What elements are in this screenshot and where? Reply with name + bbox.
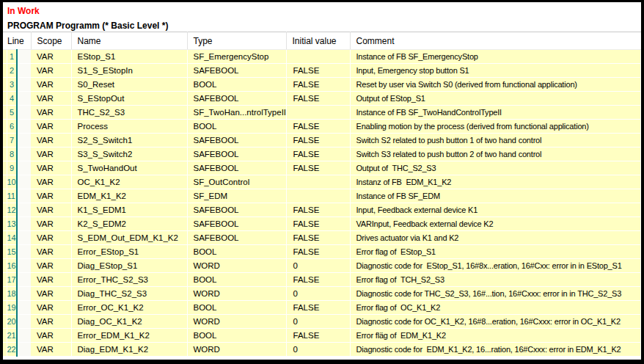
comment-cell[interactable]: Output of THC_S2_S3 xyxy=(350,161,641,175)
breakpoint-gutter[interactable] xyxy=(17,231,31,245)
line-number[interactable]: 7 xyxy=(7,134,17,148)
type-cell[interactable]: WORD xyxy=(187,287,286,301)
comment-cell[interactable]: Instanz of FB EDM_K1_K2 xyxy=(350,175,641,189)
initial-value-cell[interactable] xyxy=(286,106,350,120)
type-cell[interactable]: SAFEBOOL xyxy=(187,92,286,106)
breakpoint-gutter[interactable] xyxy=(17,134,31,148)
scope-cell[interactable]: VAR xyxy=(31,315,71,329)
breakpoint-gutter[interactable] xyxy=(17,161,31,175)
line-number[interactable]: 16 xyxy=(7,259,17,273)
scope-cell[interactable]: VAR xyxy=(31,231,71,245)
comment-cell[interactable]: Error fläg of EDM_K1_K2 xyxy=(350,329,641,343)
name-cell[interactable]: EDM_K1_K2 xyxy=(71,189,187,203)
name-cell[interactable]: S1_S_EStopIn xyxy=(71,64,187,78)
type-cell[interactable]: SAFEBOOL xyxy=(187,161,286,175)
comment-cell[interactable]: Drives actuator via K1 and K2 xyxy=(350,231,641,245)
initial-value-cell[interactable] xyxy=(286,189,350,203)
initial-value-cell[interactable]: 0 xyxy=(286,315,350,329)
scope-cell[interactable]: VAR xyxy=(31,203,71,217)
name-cell[interactable]: S3_S_Switch2 xyxy=(71,148,187,161)
breakpoint-gutter[interactable] xyxy=(17,245,31,259)
comment-cell[interactable]: Diagnostic code for EDM_K1_K2, 16...rati… xyxy=(350,343,641,357)
breakpoint-gutter[interactable] xyxy=(17,148,31,161)
breakpoint-gutter[interactable] xyxy=(17,287,31,301)
breakpoint-gutter[interactable] xyxy=(17,343,31,357)
comment-cell[interactable]: Switch S3 related to push button 2 of tw… xyxy=(350,148,641,161)
type-cell[interactable]: SAFEBOOL xyxy=(187,134,286,148)
scope-cell[interactable]: VAR xyxy=(31,106,71,120)
initial-value-cell[interactable]: FALSE xyxy=(286,148,350,161)
type-cell[interactable]: SF_OutControl xyxy=(187,175,286,189)
breakpoint-gutter[interactable] xyxy=(17,315,31,329)
initial-value-cell[interactable]: FALSE xyxy=(286,120,350,134)
line-number[interactable]: 5 xyxy=(7,106,17,120)
comment-cell[interactable]: Input, Emergency stop button S1 xyxy=(350,64,641,78)
scope-cell[interactable]: VAR xyxy=(31,50,71,64)
line-number[interactable]: 18 xyxy=(7,287,17,301)
name-cell[interactable]: S0_Reset xyxy=(71,78,187,92)
initial-value-cell[interactable]: FALSE xyxy=(286,161,350,175)
name-cell[interactable]: Diag_EStop_S1 xyxy=(71,259,187,273)
initial-value-cell[interactable]: 0 xyxy=(286,343,350,357)
scope-cell[interactable]: VAR xyxy=(31,92,71,106)
type-cell[interactable]: BOOL xyxy=(187,301,286,315)
comment-cell[interactable]: Instance of FB SF_TwoHandControlTypeII xyxy=(350,106,641,120)
initial-value-cell[interactable] xyxy=(286,50,350,64)
initial-value-cell[interactable]: FALSE xyxy=(286,301,350,315)
name-cell[interactable]: S_TwoHandOut xyxy=(71,161,187,175)
initial-value-cell[interactable]: 0 xyxy=(286,259,350,273)
name-cell[interactable]: Diag_EDM_K1_K2 xyxy=(71,343,187,357)
type-cell[interactable]: WORD xyxy=(187,343,286,357)
line-number[interactable]: 13 xyxy=(7,217,17,231)
breakpoint-gutter[interactable] xyxy=(17,203,31,217)
name-cell[interactable]: K2_S_EDM2 xyxy=(71,217,187,231)
line-number[interactable]: 2 xyxy=(7,64,17,78)
name-cell[interactable]: OC_K1_K2 xyxy=(71,175,187,189)
name-cell[interactable]: S_EStopOut xyxy=(71,92,187,106)
breakpoint-gutter[interactable] xyxy=(17,50,31,64)
type-cell[interactable]: BOOL xyxy=(187,78,286,92)
line-number[interactable]: 12 xyxy=(7,203,17,217)
initial-value-cell[interactable]: FALSE xyxy=(286,92,350,106)
type-cell[interactable]: SAFEBOOL xyxy=(187,148,286,161)
comment-cell[interactable]: Instance of FB SF_EmergencyStop xyxy=(350,50,641,64)
line-number[interactable]: 10 xyxy=(7,175,17,189)
breakpoint-gutter[interactable] xyxy=(17,120,31,134)
scope-cell[interactable]: VAR xyxy=(31,259,71,273)
type-cell[interactable]: SAFEBOOL xyxy=(187,64,286,78)
line-number[interactable]: 21 xyxy=(7,329,17,343)
breakpoint-gutter[interactable] xyxy=(17,78,31,92)
line-number[interactable]: 15 xyxy=(7,245,17,259)
scope-cell[interactable]: VAR xyxy=(31,175,71,189)
type-cell[interactable]: BOOL xyxy=(187,120,286,134)
comment-cell[interactable]: Diagnostic code for THC_S2_S3, 16#...tio… xyxy=(350,287,641,301)
name-cell[interactable]: Error_OC_K1_K2 xyxy=(71,301,187,315)
scope-cell[interactable]: VAR xyxy=(31,287,71,301)
line-number[interactable]: 1 xyxy=(7,50,17,64)
line-number[interactable]: 4 xyxy=(7,92,17,106)
comment-cell[interactable]: VARInput, Feedback external device K2 xyxy=(350,217,641,231)
name-cell[interactable]: EStop_S1 xyxy=(71,50,187,64)
scope-cell[interactable]: VAR xyxy=(31,245,71,259)
comment-cell[interactable]: Error flag of EStop_S1 xyxy=(350,245,641,259)
scope-cell[interactable]: VAR xyxy=(31,161,71,175)
initial-value-cell[interactable]: FALSE xyxy=(286,273,350,287)
line-number[interactable]: 19 xyxy=(7,301,17,315)
type-cell[interactable]: BOOL xyxy=(187,245,286,259)
breakpoint-gutter[interactable] xyxy=(17,301,31,315)
type-cell[interactable]: SAFEBOOL xyxy=(187,203,286,217)
name-cell[interactable]: Process xyxy=(71,120,187,134)
name-cell[interactable]: K1_S_EDM1 xyxy=(71,203,187,217)
comment-cell[interactable]: Switch S2 related to push button 1 of tw… xyxy=(350,134,641,148)
comment-cell[interactable]: Diagnostic code for OC_K1_K2, 16#8...era… xyxy=(350,315,641,329)
comment-cell[interactable]: Error flag of OC_K1_K2 xyxy=(350,301,641,315)
comment-cell[interactable]: Enabling motion by the process (derived … xyxy=(350,120,641,134)
comment-cell[interactable]: Instance of FB SF_EDM xyxy=(350,189,641,203)
line-number[interactable]: 3 xyxy=(7,78,17,92)
scope-cell[interactable]: VAR xyxy=(31,301,71,315)
breakpoint-gutter[interactable] xyxy=(17,217,31,231)
name-cell[interactable]: Diag_OC_K1_K2 xyxy=(71,315,187,329)
scope-cell[interactable]: VAR xyxy=(31,78,71,92)
comment-cell[interactable]: Output of EStop_S1 xyxy=(350,92,641,106)
type-cell[interactable]: BOOL xyxy=(187,329,286,343)
